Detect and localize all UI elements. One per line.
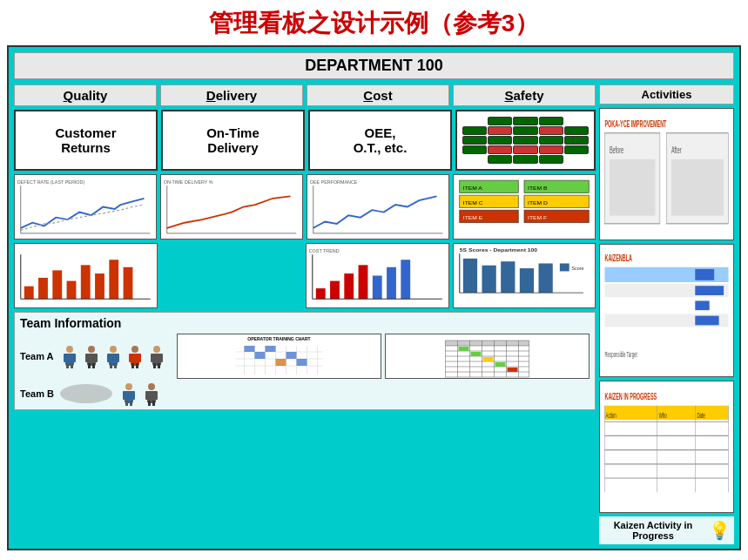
metric-delivery: On-TimeDelivery: [161, 110, 305, 171]
svg-rect-156: [695, 269, 714, 280]
svg-rect-30: [81, 265, 91, 299]
chart-safety-2: 5S Scores - Department 100 Score: [453, 243, 596, 308]
svg-rect-44: [401, 260, 410, 299]
svg-rect-103: [286, 352, 297, 359]
avatar: [147, 344, 166, 368]
svg-point-135: [148, 383, 155, 390]
svg-rect-125: [471, 352, 482, 356]
svg-rect-66: [85, 354, 89, 362]
avatar: [142, 381, 161, 406]
chart-safety-1: ITEM A ITEM B ITEM C ITEM D ITEM E ITEM …: [453, 174, 596, 240]
svg-rect-33: [124, 267, 133, 300]
svg-text:5S Scores - Department 100: 5S Scores - Department 100: [459, 247, 537, 253]
svg-rect-138: [154, 391, 158, 400]
svg-rect-126: [483, 357, 494, 361]
svg-rect-133: [125, 401, 128, 406]
svg-rect-49: [462, 259, 476, 293]
activity-card-1: POKA-YCE IMPROVEMENT Before After: [599, 108, 734, 240]
svg-text:DEFECT RATE (LAST PERIOD): DEFECT RATE (LAST PERIOD): [17, 179, 85, 185]
svg-rect-42: [373, 276, 382, 300]
svg-point-58: [66, 346, 73, 353]
svg-point-64: [88, 346, 95, 353]
svg-text:ITEM E: ITEM E: [463, 214, 482, 220]
svg-text:ON-TIME DELIVERY %: ON-TIME DELIVERY %: [164, 179, 213, 185]
svg-rect-72: [107, 354, 111, 362]
svg-text:Before: Before: [610, 145, 623, 156]
svg-rect-69: [92, 363, 95, 368]
svg-rect-29: [67, 281, 77, 300]
svg-text:ITEM B: ITEM B: [528, 185, 547, 191]
team-b-label: Team B: [20, 388, 57, 399]
svg-rect-67: [94, 354, 98, 362]
chart-cost-1: OEE PERFORMANCE: [307, 174, 449, 240]
chart-cost-2: COST TREND: [306, 243, 449, 308]
metric-quality: CustomerReturns: [14, 110, 158, 171]
svg-rect-32: [109, 260, 118, 299]
svg-rect-140: [152, 401, 155, 406]
team-b-row: Team B: [20, 381, 590, 406]
svg-rect-75: [114, 363, 117, 368]
svg-rect-68: [88, 363, 91, 368]
svg-text:Who: Who: [659, 409, 667, 420]
team-a-label: Team A: [20, 351, 57, 361]
svg-rect-62: [66, 363, 69, 368]
svg-text:Responsible  Target: Responsible Target: [604, 351, 637, 360]
svg-text:ITEM D: ITEM D: [528, 199, 548, 206]
svg-rect-60: [64, 354, 67, 362]
svg-rect-0: [15, 175, 156, 239]
svg-rect-102: [255, 352, 266, 359]
svg-text:POKA-YCE IMPROVEMENT: POKA-YCE IMPROVEMENT: [604, 118, 666, 130]
svg-rect-148: [671, 159, 724, 216]
chart-delivery-2: [161, 243, 303, 308]
col-header-cost: Cost: [307, 84, 449, 106]
svg-point-76: [131, 346, 138, 353]
col-header-quality: Quality: [14, 84, 157, 106]
svg-rect-28: [52, 270, 62, 299]
svg-point-70: [110, 346, 117, 353]
svg-rect-56: [559, 263, 569, 271]
svg-rect-74: [110, 363, 112, 368]
svg-rect-38: [316, 288, 326, 299]
svg-text:OEE PERFORMANCE: OEE PERFORMANCE: [310, 179, 358, 185]
svg-text:Action: Action: [606, 409, 617, 420]
svg-rect-79: [138, 354, 141, 362]
svg-rect-73: [116, 354, 119, 362]
avatar: [82, 344, 101, 368]
svg-text:ITEM A: ITEM A: [463, 185, 483, 191]
dept-header: DEPARTMENT 100: [14, 52, 734, 79]
svg-text:COST TREND: COST TREND: [309, 248, 340, 253]
col-header-safety: Safety: [453, 84, 596, 106]
svg-text:After: After: [671, 145, 682, 156]
svg-rect-8: [307, 175, 448, 239]
svg-rect-127: [495, 362, 506, 367]
svg-rect-40: [344, 273, 354, 299]
svg-rect-155: [604, 329, 728, 342]
comm-chart: [385, 334, 590, 379]
svg-rect-147: [610, 159, 655, 216]
svg-rect-43: [387, 267, 396, 300]
svg-rect-31: [95, 273, 104, 299]
team-info-title: Team Information: [20, 316, 590, 330]
svg-point-82: [153, 346, 160, 353]
svg-rect-41: [359, 265, 368, 299]
kaizen-label: Kaizen Activity in Progress: [603, 520, 704, 541]
activity-card-3: KAIZEN IN PROGRESS Action Who Date: [599, 381, 734, 513]
svg-rect-81: [136, 363, 138, 368]
metric-cost: OEE,O.T., etc.: [308, 110, 452, 171]
svg-rect-128: [508, 368, 518, 372]
svg-rect-101: [266, 346, 276, 352]
chart-quality-1: DEFECT RATE (LAST PERIOD): [14, 174, 157, 240]
svg-rect-107: [446, 341, 529, 346]
avatar: [119, 381, 138, 406]
svg-rect-153: [604, 300, 728, 313]
svg-rect-132: [131, 391, 135, 400]
svg-rect-105: [297, 359, 307, 366]
svg-text:ITEM F: ITEM F: [528, 214, 547, 220]
svg-rect-85: [159, 354, 163, 362]
team-info-section: Team Information Team A: [14, 312, 596, 410]
avatar: [60, 344, 79, 368]
svg-rect-51: [501, 261, 515, 293]
activities-header: Activities: [599, 84, 734, 105]
chart-delivery-1: ON-TIME DELIVERY %: [160, 174, 303, 240]
svg-rect-124: [459, 347, 469, 351]
